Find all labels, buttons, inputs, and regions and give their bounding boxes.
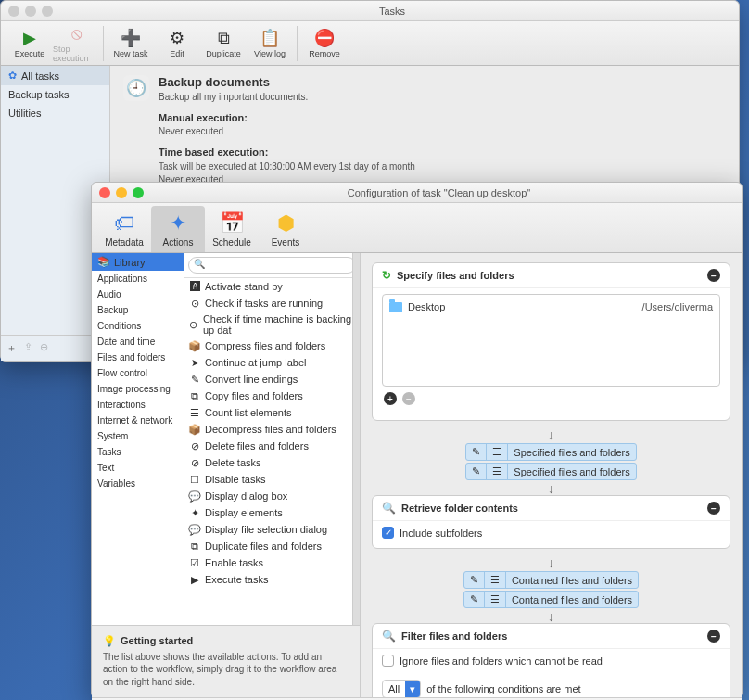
action-item[interactable]: ☑Enable tasks: [184, 554, 360, 571]
list-item[interactable]: Text: [92, 460, 184, 476]
action-item[interactable]: ✦Display elements: [184, 504, 360, 521]
action-label: Count list elements: [205, 407, 292, 418]
close-icon[interactable]: [8, 6, 19, 17]
action-item[interactable]: 📦Decompress files and folders: [184, 421, 360, 438]
file-list[interactable]: Desktop /Users/oliverma: [382, 294, 720, 387]
action-item[interactable]: ⧉Duplicate files and folders: [184, 538, 360, 554]
remove-button[interactable]: ⛔Remove: [301, 23, 348, 64]
action-label: Check if time machine is backing up dat: [203, 313, 356, 336]
pencil-icon[interactable]: ✎: [466, 444, 487, 460]
remove-block-button[interactable]: −: [707, 269, 720, 282]
list-icon[interactable]: ☰: [485, 572, 506, 588]
input-pill[interactable]: ✎☰Contained files and folders: [463, 591, 639, 608]
tab-metadata[interactable]: 🏷Metadata: [97, 206, 151, 252]
tab-events[interactable]: ⬢Events: [259, 206, 312, 252]
sidebar-item-backup[interactable]: Backup tasks: [1, 85, 109, 104]
zoom-icon[interactable]: [42, 6, 53, 17]
action-label: Check if tasks are running: [205, 298, 323, 309]
ignore-checkbox[interactable]: Ignore files and folders which cannot be…: [382, 655, 720, 667]
add-button[interactable]: +: [384, 392, 397, 405]
sidebar-item-all[interactable]: ✿All tasks: [1, 66, 109, 85]
category-list[interactable]: 📚Library Applications Audio Backup Condi…: [92, 253, 184, 625]
clock-icon: 🕘: [123, 75, 149, 101]
list-item[interactable]: Date and time: [92, 334, 184, 350]
quantifier-select[interactable]: All▾: [382, 680, 421, 697]
action-item[interactable]: ➤Continue at jump label: [184, 354, 360, 371]
list-icon[interactable]: ☰: [485, 592, 506, 607]
edit-button[interactable]: ⚙Edit: [154, 23, 200, 64]
include-subfolders-checkbox[interactable]: ✓Include subfolders: [382, 527, 720, 539]
actions-panel: 📚Library Applications Audio Backup Condi…: [92, 253, 361, 697]
search-input[interactable]: [188, 257, 356, 274]
action-item[interactable]: 💬Display file selection dialog: [184, 521, 360, 538]
action-list[interactable]: 🔍 🅰Activate stand by⊙Check if tasks are …: [184, 253, 360, 625]
titlebar: Configuration of task "Clean up desktop": [92, 183, 742, 203]
remove-block-button[interactable]: −: [707, 502, 720, 515]
action-item[interactable]: ⊘Delete files and folders: [184, 438, 360, 454]
list-icon[interactable]: ☰: [487, 464, 508, 479]
action-icon: ➤: [188, 356, 201, 369]
delete-icon[interactable]: ⊖: [40, 341, 48, 355]
action-icon: 💬: [188, 523, 201, 536]
action-label: Compress files and folders: [205, 340, 325, 351]
list-item[interactable]: Variables: [92, 476, 184, 491]
action-item[interactable]: ⧉Copy files and folders: [184, 388, 360, 404]
action-item[interactable]: ⊙Check if tasks are running: [184, 295, 360, 312]
zoom-icon[interactable]: [133, 187, 144, 198]
list-item[interactable]: System: [92, 428, 184, 444]
action-item[interactable]: ☐Disable tasks: [184, 471, 360, 488]
tab-actions[interactable]: ✦Actions: [151, 206, 205, 252]
tab-schedule[interactable]: 📅Schedule: [205, 206, 259, 252]
duplicate-button[interactable]: ⧉Duplicate: [200, 23, 247, 64]
list-item[interactable]: Tasks: [92, 444, 184, 460]
action-item[interactable]: ⊘Delete tasks: [184, 454, 360, 471]
list-item[interactable]: Image processing: [92, 381, 184, 397]
scrollbar[interactable]: [352, 253, 360, 625]
list-item[interactable]: Conditions: [92, 318, 184, 334]
action-label: Continue at jump label: [205, 357, 306, 368]
file-row[interactable]: Desktop /Users/oliverma: [387, 299, 716, 315]
action-item[interactable]: 📦Compress files and folders: [184, 337, 360, 354]
action-label: Display elements: [205, 507, 283, 518]
arrow-down-icon: ↓: [372, 556, 730, 569]
list-icon[interactable]: ☰: [487, 444, 508, 460]
output-pill[interactable]: ✎☰Contained files and folders: [463, 571, 639, 589]
list-item[interactable]: 📚Library: [92, 253, 184, 271]
action-icon: ⊙: [188, 297, 201, 310]
action-item[interactable]: 💬Display dialog box: [184, 488, 360, 504]
minimize-icon[interactable]: [116, 187, 127, 198]
viewlog-button[interactable]: 📋View log: [247, 23, 293, 64]
action-label: Copy files and folders: [205, 390, 303, 401]
action-item[interactable]: ✎Convert line endings: [184, 371, 360, 388]
workflow-area[interactable]: ↻Specify files and folders− Desktop /Use…: [361, 253, 742, 697]
pencil-icon[interactable]: ✎: [464, 592, 485, 607]
close-icon[interactable]: [99, 187, 110, 198]
list-item[interactable]: Internet & network: [92, 413, 184, 428]
remove-block-button[interactable]: −: [707, 630, 720, 643]
list-item[interactable]: Files and folders: [92, 350, 184, 365]
new-task-button[interactable]: ➕New task: [108, 23, 154, 64]
share-icon[interactable]: ⇪: [24, 341, 32, 355]
window-title: Tasks: [53, 6, 731, 17]
stop-button[interactable]: ⦸Stop execution: [53, 23, 99, 64]
output-pill[interactable]: ✎☰Specified files and folders: [465, 443, 636, 461]
pencil-icon[interactable]: ✎: [464, 572, 485, 588]
pencil-icon[interactable]: ✎: [466, 464, 487, 479]
action-icon: 📦: [188, 423, 201, 436]
list-item[interactable]: Audio: [92, 286, 184, 302]
minimize-icon[interactable]: [25, 6, 36, 17]
list-item[interactable]: Flow control: [92, 365, 184, 381]
list-item[interactable]: Interactions: [92, 397, 184, 413]
action-item[interactable]: 🅰Activate stand by: [184, 278, 360, 295]
action-item[interactable]: ⊙Check if time machine is backing up dat: [184, 312, 360, 337]
add-icon[interactable]: ＋: [6, 341, 17, 355]
execute-button[interactable]: ▶Execute: [6, 23, 53, 64]
list-item[interactable]: Applications: [92, 271, 184, 286]
remove-button[interactable]: −: [402, 392, 415, 405]
action-item[interactable]: ☰Count list elements: [184, 404, 360, 421]
input-pill[interactable]: ✎☰Specified files and folders: [465, 463, 636, 480]
action-label: Disable tasks: [205, 474, 265, 485]
list-item[interactable]: Backup: [92, 302, 184, 318]
action-item[interactable]: ▶Execute tasks: [184, 571, 360, 588]
sidebar-item-utilities[interactable]: Utilities: [1, 104, 109, 122]
